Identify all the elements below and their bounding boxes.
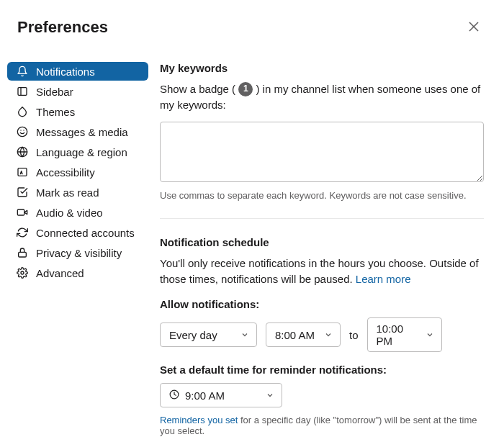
sidebar-item-label: Language & region <box>36 146 127 158</box>
gear-icon <box>16 266 29 279</box>
sidebar-item-connected-accounts[interactable]: Connected accounts <box>7 223 148 242</box>
reminder-time-value: 9:00 AM <box>185 389 225 402</box>
close-icon <box>468 21 480 35</box>
check-square-icon <box>16 186 29 199</box>
sidebar-item-privacy-visibility[interactable]: Privacy & visibility <box>7 243 148 262</box>
sidebar-item-label: Audio & video <box>36 207 103 219</box>
close-button[interactable] <box>461 14 487 40</box>
chevron-down-icon <box>240 330 249 339</box>
refresh-icon <box>16 226 29 239</box>
content-pane[interactable]: My keywords Show a badge ( 1 ) in my cha… <box>148 53 504 442</box>
chevron-down-icon <box>324 330 333 339</box>
keywords-help: Use commas to separate each keyword. Key… <box>160 190 484 201</box>
sidebar-item-label: Themes <box>36 106 75 118</box>
chevron-down-icon <box>426 330 434 339</box>
smile-icon <box>16 125 29 138</box>
sidebar-item-label: Advanced <box>36 267 84 279</box>
sidebar-item-mark-as-read[interactable]: Mark as read <box>7 183 148 202</box>
sidebar-item-label: Notifications <box>36 66 95 78</box>
start-time-value: 8:00 AM <box>275 329 315 341</box>
svg-rect-12 <box>19 252 27 257</box>
svg-point-13 <box>21 271 24 274</box>
sidebar-item-themes[interactable]: Themes <box>7 102 148 121</box>
learn-more-link[interactable]: Learn more <box>356 273 411 285</box>
sidebar-item-label: Sidebar <box>36 86 73 98</box>
bell-icon <box>16 65 29 78</box>
reminder-label: Set a default time for reminder notifica… <box>160 364 484 376</box>
start-time-select[interactable]: 8:00 AM <box>266 323 341 347</box>
lock-icon <box>16 246 29 259</box>
svg-rect-10 <box>17 209 24 215</box>
keywords-textarea[interactable] <box>160 122 484 182</box>
keywords-desc-a: Show a badge ( <box>160 83 235 95</box>
sidebar-item-language-region[interactable]: Language & region <box>7 143 148 161</box>
modal-header: Preferences <box>0 0 504 53</box>
end-time-select[interactable]: 10:00 PM <box>367 317 442 352</box>
days-select[interactable]: Every day <box>160 323 257 347</box>
days-value: Every day <box>169 329 217 341</box>
clock-icon <box>169 389 179 402</box>
schedule-desc-text: You'll only receive notifications in the… <box>160 257 479 285</box>
end-time-value: 10:00 PM <box>377 323 420 347</box>
layout-icon <box>16 85 29 98</box>
modal-title: Preferences <box>17 18 108 37</box>
reminder-note: Reminders you set for a specific day (li… <box>160 415 484 436</box>
divider <box>160 218 484 219</box>
sidebar-item-messages-media[interactable]: Messages & media <box>7 122 148 141</box>
schedule-description: You'll only receive notifications in the… <box>160 256 484 287</box>
svg-point-4 <box>17 127 27 136</box>
allow-notifications-label: Allow notifications: <box>160 298 484 310</box>
svg-rect-2 <box>18 88 27 96</box>
sidebar-item-accessibility[interactable]: Accessibility <box>7 163 148 181</box>
allow-notifications-row: Every day 8:00 AM to 10:00 PM <box>160 317 484 352</box>
globe-icon <box>16 145 29 158</box>
sidebar-item-label: Privacy & visibility <box>36 247 122 259</box>
video-icon <box>16 206 29 219</box>
modal-body: Notifications Sidebar Themes Messages & … <box>0 53 504 442</box>
badge-indicator: 1 <box>238 82 253 96</box>
sidebar: Notifications Sidebar Themes Messages & … <box>7 53 148 442</box>
sidebar-item-label: Connected accounts <box>36 227 135 239</box>
reminder-time-left: 9:00 AM <box>169 389 225 402</box>
droplet-icon <box>16 105 29 118</box>
preferences-modal: Preferences Notifications Sidebar <box>0 0 504 442</box>
keywords-title: My keywords <box>160 62 484 74</box>
sidebar-item-label: Accessibility <box>36 166 95 179</box>
schedule-section: Notification schedule You'll only receiv… <box>160 236 484 437</box>
sidebar-item-notifications[interactable]: Notifications <box>7 62 148 81</box>
sidebar-item-label: Messages & media <box>36 126 128 138</box>
accessibility-icon <box>16 166 29 179</box>
schedule-title: Notification schedule <box>160 236 484 248</box>
reminders-you-set-link[interactable]: Reminders you set <box>160 415 238 425</box>
keywords-section: My keywords Show a badge ( 1 ) in my cha… <box>160 62 484 201</box>
sidebar-item-label: Mark as read <box>36 186 99 199</box>
reminder-time-select[interactable]: 9:00 AM <box>160 383 282 407</box>
sidebar-item-sidebar[interactable]: Sidebar <box>7 82 148 101</box>
sidebar-item-advanced[interactable]: Advanced <box>7 263 148 282</box>
to-label: to <box>349 329 359 341</box>
keywords-description: Show a badge ( 1 ) in my channel list wh… <box>160 81 484 113</box>
svg-rect-9 <box>18 168 27 176</box>
chevron-down-icon <box>266 391 274 400</box>
sidebar-item-audio-video[interactable]: Audio & video <box>7 203 148 222</box>
